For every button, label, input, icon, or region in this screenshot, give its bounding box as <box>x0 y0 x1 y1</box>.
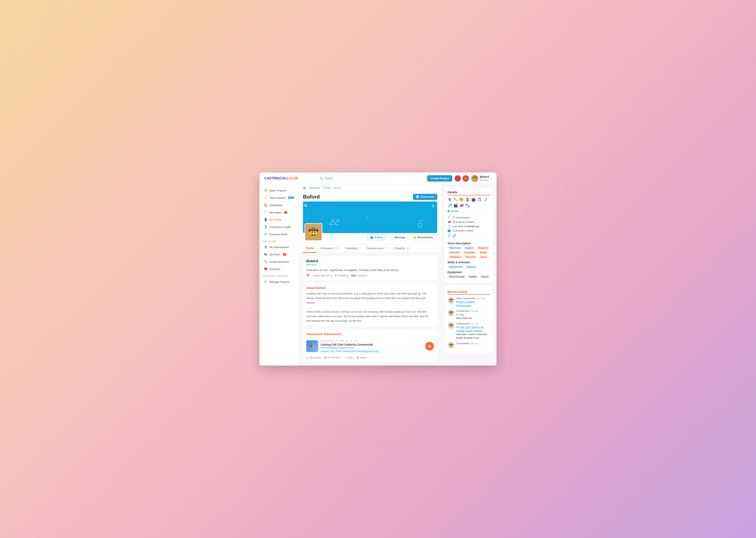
search-input[interactable] <box>317 175 392 182</box>
tag-engineering[interactable]: Engineering <box>447 265 464 269</box>
notification-icon-red[interactable]: 🎮 <box>455 175 461 182</box>
pen-icon: ✏️ <box>453 197 458 202</box>
close-icon[interactable]: ✕ <box>432 204 435 209</box>
tab-followers[interactable]: Followers 674 <box>318 244 341 253</box>
tag-texan[interactable]: Texan <box>479 255 489 259</box>
more-options-icon[interactable]: ··· <box>360 235 366 240</box>
premium-perks-icon: 💎 <box>264 233 267 236</box>
create-project-button[interactable]: Create Project <box>427 175 452 182</box>
tag-bulgarian[interactable]: Bulgarian <box>476 246 490 250</box>
talent-search-icon: ✨ <box>264 196 267 199</box>
award-action[interactable]: 🏆 Award <box>356 356 367 359</box>
tag-new-york[interactable]: New York <box>464 255 477 259</box>
sidebar-item-favorites[interactable]: ❤️ Favorites <box>261 265 298 273</box>
sidebar-item-premium-perks[interactable]: 💎 Premium Perks <box>261 231 298 238</box>
share-action[interactable]: ↗ Share <box>344 356 353 359</box>
social-links: 𝕏 🔗 <box>447 234 491 238</box>
tab-following-count: 7 <box>359 247 361 250</box>
page-header: Buford 📊 Edit Profile <box>299 191 441 201</box>
submissions-stat: 🎙 71 submissions <box>447 216 491 219</box>
edit-profile-button[interactable]: 📊 Edit Profile <box>413 194 437 200</box>
tag-english[interactable]: English <box>463 246 475 250</box>
search-bar[interactable]: 🔍 <box>317 175 392 182</box>
follow-button[interactable]: 👥 Follow <box>367 235 386 240</box>
tab-submissions-label: Submissions <box>367 247 383 250</box>
favorites-icon: ❤️ <box>264 267 267 271</box>
sidebar-label-talent-search: Talent Search <box>269 196 286 199</box>
breadcrumb-profile[interactable]: Profile <box>323 186 330 189</box>
tab-following[interactable]: Following 7 <box>342 244 363 253</box>
twitter-icon[interactable]: 𝕏 <box>447 234 450 238</box>
tag-blue-snowball[interactable]: Blue Snowball <box>447 275 466 279</box>
saved-searches-icon: 🔍 <box>264 260 267 263</box>
sidebar-item-open-projects[interactable]: 📋 Open Projects <box>261 187 298 194</box>
sidebar-item-my-roles[interactable]: 🎭 My Roles 1 <box>261 251 298 258</box>
about-text: Casting Call Club is where you practice.… <box>306 292 434 323</box>
activity-avatar-2: 🤠 <box>447 322 455 329</box>
sidebar-item-production-credits[interactable]: 🏅 Production Credits <box>261 223 298 231</box>
sidebar-label-production-credits: Production Credits <box>269 226 291 229</box>
profile-meta: 📅 Joined Dec 2014 7 Following 674 Follow… <box>306 274 434 277</box>
sidebar-section-talent: FOR TALENT <box>260 238 299 243</box>
tab-profile[interactable]: Profile <box>303 244 317 253</box>
activity-action-1: Commented 18w ago <box>456 310 479 312</box>
notification-icon-bell[interactable]: 🔔 <box>463 175 469 182</box>
activity-link-1[interactable]: Test <box>459 313 464 316</box>
sidebar-item-messages[interactable]: 📨 Messages 1 <box>261 209 298 216</box>
user-menu[interactable]: 🤠 Buford @buford ▾ <box>471 175 492 182</box>
sidebar-item-dashboard[interactable]: 🏠 Dashboard <box>261 201 298 209</box>
link-icon[interactable]: 🔗 <box>452 234 456 238</box>
clock-icon: 🕐 <box>447 225 451 228</box>
message-button[interactable]: ✉️ Message <box>387 235 408 240</box>
comments-action[interactable]: 💬 8 comments <box>324 356 341 359</box>
activity-time-0: 15w ago <box>476 297 485 300</box>
tag-british[interactable]: British <box>478 251 489 254</box>
tag-male-adult[interactable]: Male Adult <box>447 246 462 250</box>
home-icon[interactable]: 🏠 <box>303 186 306 189</box>
sidebar-item-talent-search[interactable]: ✨ Talent Search New <box>261 194 298 201</box>
profile-handle: @buford <box>306 263 434 266</box>
tag-australian[interactable]: Australian <box>462 251 477 254</box>
recommend-button[interactable]: 👍 Recommend <box>410 235 436 240</box>
submission-url[interactable]: Original: https://www.castingcall.club/m… <box>320 350 423 353</box>
play-button[interactable]: ▶ <box>425 342 434 350</box>
upvotes-action[interactable]: ▲ 36 upvotes <box>306 356 321 359</box>
breadcrumb-members[interactable]: Members <box>309 186 320 189</box>
submission-comments-badge: ×74 <box>354 340 358 342</box>
message-icon: ✉️ <box>390 236 393 239</box>
sidebar-item-my-submissions[interactable]: 🎙️ My Submissions <box>261 243 298 251</box>
following-count: 7 <box>335 274 336 277</box>
banner-decoration-star: ✳ <box>366 216 369 219</box>
activity-link-2[interactable]: Dear Evan Hansen: An Orange Curtain Prod… <box>456 326 484 332</box>
submission-project[interactable]: More Celebrity Impersonators <box>320 346 423 349</box>
tag-american[interactable]: American <box>447 251 461 254</box>
members-invited-stat: 👥 3 members invited <box>447 229 491 232</box>
follow-icon: 👥 <box>370 236 374 239</box>
tab-submissions[interactable]: Submissions 71 <box>364 244 391 253</box>
details-title: Details <box>447 190 491 195</box>
tag-notion[interactable]: Notion <box>479 275 490 279</box>
tag-podcast[interactable]: Podcast <box>465 265 478 269</box>
sidebar-item-saved-searches[interactable]: 🔍 Saved Searches <box>261 258 298 265</box>
comment-icon: 💬 <box>324 356 327 359</box>
upvotes-icon: ⭐ <box>345 340 348 342</box>
activity-link-0[interactable]: More Celebrity Impersonators <box>456 300 475 307</box>
tag-at2020[interactable]: At2020 <box>467 275 478 279</box>
user-name: Buford <box>480 175 489 179</box>
sidebar-item-manage-projects[interactable]: 📁 Manage Projects <box>261 278 298 285</box>
content-area: 🏠 › Members › Profile › Buford Buford 📊 … <box>299 184 441 365</box>
sidebar-item-my-profile[interactable]: 👤 My Profile <box>261 216 298 223</box>
avatar: 🤠 <box>471 175 478 182</box>
tab-submissions-count: 71 <box>385 247 388 250</box>
edit-profile-label: Edit Profile <box>421 195 434 198</box>
last-seen-text: Last seen 1 minute ago <box>452 225 480 228</box>
my-roles-badge: 1 <box>283 253 286 256</box>
megaphone-icon: 📣 <box>459 203 464 208</box>
tab-projects[interactable]: Projects 43 <box>391 244 412 253</box>
tag-californian[interactable]: Californian <box>447 255 463 259</box>
microphone-icon: 🎙️ <box>447 197 452 202</box>
more-action[interactable]: ··· <box>370 356 372 359</box>
share-label: Share <box>347 356 353 359</box>
calendar-icon: 📅 <box>306 274 310 277</box>
recommend-label: Recommend <box>417 236 433 239</box>
